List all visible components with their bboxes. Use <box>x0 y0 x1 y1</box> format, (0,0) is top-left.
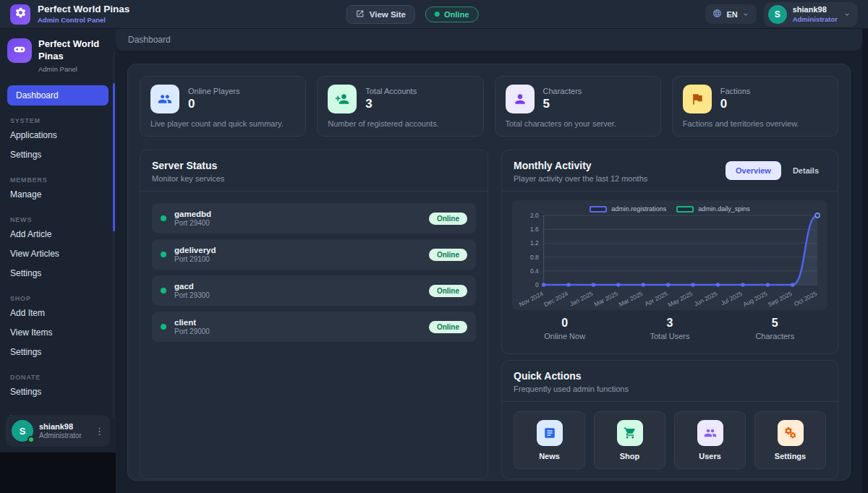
header-center-group: View Site Online <box>346 5 479 24</box>
page-scrollbar-track[interactable] <box>862 29 868 493</box>
svg-text:1.6: 1.6 <box>530 226 539 233</box>
mini-stat-value: 0 <box>512 317 617 330</box>
quick-action-shop[interactable]: Shop <box>594 411 665 469</box>
service-port: Port 29300 <box>174 291 210 299</box>
quick-action-label: Users <box>699 452 721 460</box>
header-brand: Perfect World Pinas Admin Control Panel <box>38 4 129 25</box>
header-right-group: EN S shiank98 Administrator <box>705 2 858 27</box>
stat-value: 0 <box>720 97 751 111</box>
service-name: gamedbd <box>174 210 211 218</box>
sidebar-item-shop-settings[interactable]: Settings <box>0 343 116 362</box>
language-selector[interactable]: EN <box>705 4 756 24</box>
legend-entry-registrations: admin.registrations <box>590 205 666 213</box>
sidebar-item-add-item[interactable]: Add Item <box>0 304 116 323</box>
user-role: Administrator <box>793 15 838 23</box>
server-status-panel: Server Status Monitor key services gamed… <box>140 150 488 479</box>
stat-description: Number of registered accounts. <box>328 119 472 128</box>
service-online-dot <box>161 215 166 221</box>
service-row-gdeliveryd: gdeliveryd Port 29100 Online <box>152 239 476 270</box>
app-logo <box>10 4 30 25</box>
tab-details[interactable]: Details <box>786 161 826 180</box>
mini-stat-online-now: 0 Online Now <box>512 317 617 340</box>
svg-text:Jul 2025: Jul 2025 <box>720 290 744 307</box>
kebab-menu-icon[interactable]: ⋮ <box>95 426 104 437</box>
view-site-label: View Site <box>370 10 406 19</box>
sidebar-section-donate: DONATE <box>10 374 106 381</box>
service-name: gdeliveryd <box>174 246 216 254</box>
mini-stat-label: Online Now <box>512 332 617 340</box>
quick-action-users[interactable]: Users <box>674 411 746 469</box>
stat-description: Live player count and quick summary. <box>150 119 295 128</box>
sidebar-scrollbar-thumb[interactable] <box>113 83 115 231</box>
svg-text:Oct 2025: Oct 2025 <box>793 290 818 308</box>
breadcrumb-bar: Dashboard <box>116 29 862 51</box>
user-menu[interactable]: S shiank98 Administrator <box>764 2 858 27</box>
sidebar-item-donate-settings[interactable]: Settings <box>0 382 116 402</box>
avatar: S <box>768 5 787 24</box>
top-header-bar: Perfect World Pinas Admin Control Panel … <box>0 0 868 29</box>
main-content-area: Dashboard Online Players 0 Live player c… <box>116 29 868 493</box>
breadcrumb: Dashboard <box>128 35 171 45</box>
quick-action-label: Shop <box>620 452 640 460</box>
service-online-dot <box>161 288 166 293</box>
chevron-down-icon <box>843 11 851 18</box>
quick-action-news[interactable]: News <box>514 411 585 469</box>
sidebar-user-role: Administrator <box>39 432 82 440</box>
legend-swatch-icon <box>590 206 607 213</box>
activity-mini-stats: 0 Online Now 3 Total Users 5 Characters <box>512 317 827 340</box>
stat-label: Characters <box>543 87 582 95</box>
mini-stat-label: Total Users <box>617 332 722 340</box>
sidebar-section-news: NEWS <box>10 216 106 223</box>
user-name: shiank98 <box>793 5 838 14</box>
sidebar-item-dashboard[interactable]: Dashboard <box>7 85 109 106</box>
stat-label: Factions <box>720 87 751 95</box>
sidebar-item-view-articles[interactable]: View Articles <box>0 244 116 264</box>
tab-overview[interactable]: Overview <box>726 161 781 180</box>
sidebar-logo <box>7 38 32 63</box>
service-online-dot <box>161 252 166 257</box>
status-badge-label: Online <box>444 10 469 19</box>
svg-text:Mar 2025: Mar 2025 <box>593 290 619 308</box>
gear-icon <box>14 7 27 22</box>
svg-text:Mar 2025: Mar 2025 <box>618 290 644 308</box>
view-site-button[interactable]: View Site <box>346 5 415 24</box>
sidebar-item-news-settings[interactable]: Settings <box>0 264 116 283</box>
mini-stat-value: 5 <box>723 317 827 330</box>
service-row-gacd: gacd Port 29300 Online <box>152 275 476 306</box>
sidebar-brand-title: Perfect World Pinas <box>38 38 109 63</box>
svg-text:0: 0 <box>535 281 539 288</box>
person-icon <box>506 85 535 113</box>
sidebar-user-card[interactable]: S shiank98 Administrator ⋮ <box>6 415 110 447</box>
external-link-icon <box>356 9 365 20</box>
sidebar: Perfect World Pinas Admin Panel Dashboar… <box>0 29 116 453</box>
service-status-badge: Online <box>429 321 467 333</box>
svg-text:May 2025: May 2025 <box>667 290 694 309</box>
sidebar-section-members: MEMBERS <box>10 176 106 184</box>
globe-icon <box>712 9 722 20</box>
service-name: gacd <box>174 282 210 291</box>
sidebar-item-add-article[interactable]: Add Article <box>0 225 116 244</box>
online-dot-icon <box>435 12 440 17</box>
sidebar-item-manage[interactable]: Manage <box>0 185 116 205</box>
monthly-activity-title: Monthly Activity <box>514 160 647 171</box>
quick-action-label: Settings <box>775 452 806 460</box>
users-icon <box>150 85 179 113</box>
server-status-badge: Online <box>425 7 478 22</box>
mini-stat-characters: 5 Characters <box>723 317 827 340</box>
language-label: EN <box>726 10 737 19</box>
sidebar-item-system-settings[interactable]: Settings <box>0 145 116 165</box>
service-status-badge: Online <box>429 249 467 261</box>
svg-text:Dec 2024: Dec 2024 <box>542 290 569 309</box>
service-list: gamedbd Port 29400 Online gdeliveryd Por… <box>140 192 488 353</box>
mini-stat-total-users: 3 Total Users <box>617 317 722 340</box>
sidebar-brand-subtitle: Admin Panel <box>38 65 109 73</box>
quick-action-settings[interactable]: Settings <box>754 411 826 469</box>
monthly-activity-subtitle: Player activity over the last 12 months <box>514 174 647 183</box>
user-info: shiank98 Administrator <box>793 5 838 23</box>
sidebar-item-view-items[interactable]: View Items <box>0 323 116 343</box>
double-gear-icon <box>778 420 804 446</box>
service-online-dot <box>161 324 166 330</box>
service-row-client: client Port 29000 Online <box>152 312 476 342</box>
sidebar-item-applications[interactable]: Applications <box>0 126 116 145</box>
server-status-title: Server Status <box>152 160 476 171</box>
